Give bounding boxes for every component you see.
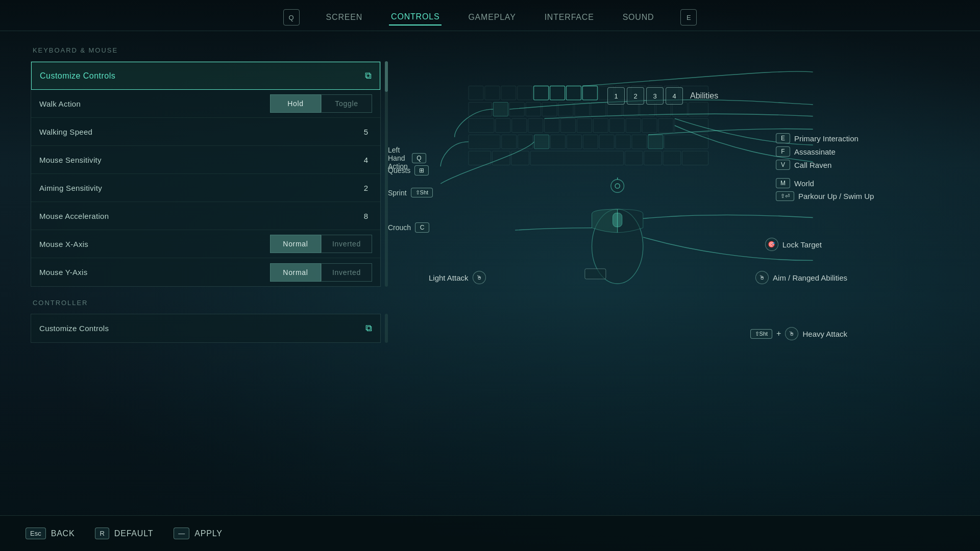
back-label: Back [51,529,75,538]
call-raven-text: Call Raven [794,161,831,169]
bottom-bar: Esc Back R Default — Apply [0,515,980,551]
mouse-y-inverted-btn[interactable]: Inverted [321,263,372,282]
content-area: KEYBOARD & MOUSE Customize Controls ⧉ Wa… [0,31,980,515]
svg-point-66 [592,209,643,284]
svg-rect-38 [626,118,641,132]
svg-rect-59 [644,151,662,165]
world-text: World [794,179,814,188]
walking-speed-label: Walking Speed [39,128,364,136]
parkour-label: ⇧⏎ Parkour Up / Swim Up [776,191,939,201]
svg-rect-8 [582,86,597,100]
left-hand-key-badge: Q [412,153,426,163]
customize-controls-kb-row[interactable]: Customize Controls ⧉ [31,62,380,90]
ability-key-2: 2 [627,87,644,105]
controller-settings-list: Customize Controls ⧉ [31,314,381,343]
mouse-y-toggle[interactable]: Normal Inverted [270,263,372,282]
svg-rect-29 [469,118,494,132]
svg-point-70 [615,184,620,188]
controller-copy-icon: ⧉ [365,323,372,334]
heavy-attack-shift-badge: ⇧Sht [750,329,773,339]
walk-action-toggle-btn[interactable]: Toggle [321,94,372,113]
svg-rect-37 [609,118,624,132]
svg-rect-49 [599,135,614,148]
walk-action-label: Walk Action [39,99,270,108]
svg-rect-5 [534,86,549,100]
call-raven-key-badge: V [776,160,790,170]
mouse-x-toggle[interactable]: Normal Inverted [270,235,372,253]
right-key-labels: E Primary Interaction F Assassinate V Ca… [776,133,939,201]
svg-rect-33 [545,118,559,132]
back-key-badge: Esc [26,528,46,539]
svg-rect-34 [560,118,575,132]
apply-action[interactable]: — Apply [174,528,222,539]
mouse-y-axis-row: Mouse Y-Axis Normal Inverted [31,258,380,286]
svg-rect-15 [469,102,492,116]
svg-rect-53 [665,135,708,148]
abilities-label: Abilities [690,91,718,101]
left-panel: KEYBOARD & MOUSE Customize Controls ⧉ Wa… [31,46,388,515]
aiming-sensitivity-value: 2 [364,184,368,192]
walking-speed-value: 5 [364,128,368,136]
primary-interaction-label: E Primary Interaction [776,133,939,143]
lock-target-label: 🎯 Lock Target [765,238,822,251]
mouse-acceleration-label: Mouse Acceleration [39,212,364,220]
svg-rect-18 [526,102,541,116]
mouse-y-normal-btn[interactable]: Normal [270,263,321,282]
quests-key-badge: ⊞ [414,165,429,176]
crouch-text: Crouch [388,223,411,232]
nav-gameplay[interactable]: Gameplay [466,10,518,25]
mouse-sensitivity-row: Mouse Sensitivity 4 [31,146,380,174]
svg-rect-21 [575,102,590,116]
prev-tab-button[interactable]: Q [283,9,300,26]
svg-rect-50 [616,135,630,148]
kb-mouse-section-label: KEYBOARD & MOUSE [31,46,388,54]
light-attack-icon: 🖱 [473,271,486,284]
svg-rect-39 [642,118,657,132]
call-raven-label: V Call Raven [776,160,939,170]
svg-rect-56 [511,151,529,165]
default-action[interactable]: R Default [95,528,153,539]
svg-rect-36 [593,118,608,132]
crouch-key-badge: C [415,222,429,233]
svg-rect-32 [528,118,543,132]
svg-rect-57 [530,151,623,165]
svg-rect-54 [469,151,491,165]
svg-rect-4 [518,86,532,100]
diagram-container: Left Hand Action Q Quests ⊞ Sprint ⇧Sht … [388,46,949,363]
mouse-x-inverted-btn[interactable]: Inverted [321,235,372,253]
svg-rect-7 [566,86,581,100]
top-nav: Q Screen Controls Gameplay Interface Sou… [0,0,980,31]
apply-key-badge: — [174,528,189,539]
walk-action-hold-btn[interactable]: Hold [270,94,321,113]
nav-sound[interactable]: Sound [621,10,656,25]
svg-rect-22 [591,102,606,116]
walk-action-toggle[interactable]: Hold Toggle [270,94,372,113]
sprint-text: Sprint [388,189,407,197]
svg-rect-43 [502,135,517,148]
mouse-sensitivity-value: 4 [364,156,368,164]
svg-rect-60 [663,151,681,165]
customize-controls-ctrl-row[interactable]: Customize Controls ⧉ [31,314,380,342]
svg-rect-61 [682,151,708,165]
nav-screen[interactable]: Screen [324,10,364,25]
svg-rect-58 [625,151,643,165]
svg-rect-16 [493,102,508,116]
aim-ranged-label: 🖱 Aim / Ranged Abilities [755,271,847,284]
mouse-sensitivity-label: Mouse Sensitivity [39,156,364,164]
svg-rect-35 [577,118,592,132]
apply-label: Apply [194,529,222,538]
quests-label: Quests ⊞ [388,165,429,176]
parkour-text: Parkour Up / Swim Up [798,192,874,201]
next-tab-button[interactable]: E [680,9,697,26]
aiming-sensitivity-row: Aiming Sensitivity 2 [31,174,380,202]
mouse-x-normal-btn[interactable]: Normal [270,235,321,253]
heavy-attack-text: Heavy Attack [802,330,847,338]
svg-rect-30 [496,118,510,132]
svg-rect-1 [469,86,483,100]
world-label: M World [776,178,939,188]
svg-rect-17 [509,102,524,116]
nav-controls[interactable]: Controls [389,9,442,26]
customize-controls-ctrl-label: Customize Controls [39,324,365,333]
nav-interface[interactable]: Interface [543,10,596,25]
back-action[interactable]: Esc Back [26,528,75,539]
